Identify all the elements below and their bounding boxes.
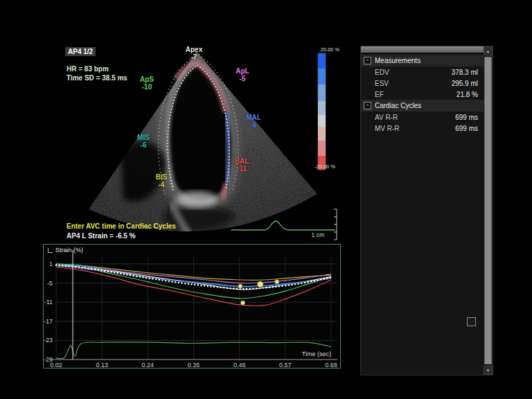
avc-prompt-text: Enter AVC time in Cardiac Cycles (66, 222, 176, 230)
section-title: Measurements (375, 57, 420, 64)
measurement-row-av-rr[interactable]: AV R-R 699 ms (361, 112, 484, 123)
segment-label-bal[interactable]: BAL -11 (235, 157, 249, 172)
segment-label-aps[interactable]: ApS -10 (140, 76, 154, 91)
chart-title: Strain (%) (48, 247, 83, 254)
section-title: Cardiac Cycles (375, 102, 421, 109)
measurement-row-mv-rr[interactable]: MV R-R 699 ms (361, 123, 484, 134)
x-tick-label: 0.13 (96, 362, 108, 368)
x-tick-label: 0.57 (279, 362, 292, 368)
measurement-row-ef[interactable]: EF 21.8 % (361, 89, 484, 100)
panel-body: - Measurements EDV 378.3 ml ESV 295.9 ml… (361, 55, 484, 134)
y-tick-label: -11 (44, 299, 53, 305)
ultrasound-viewport[interactable]: AP4 1/2 HR = 83 bpm Time SD = 38.5 ms Ap… (61, 44, 339, 244)
strain-colorbar (317, 53, 326, 170)
scrollbar-track[interactable] (484, 55, 493, 366)
x-tick-label: 0.02 (50, 362, 62, 368)
collapse-icon[interactable]: - (364, 57, 371, 64)
echo-app-screen: AP4 1/2 HR = 83 bpm Time SD = 38.5 ms Ap… (0, 0, 532, 399)
measurement-row-edv[interactable]: EDV 378.3 ml (361, 66, 484, 78)
avc-marker[interactable] (240, 301, 245, 305)
strain-chart-panel: Strain (%) 1-5-11-17-23-290.020.130.240.… (43, 244, 341, 369)
strain-summary-text: AP4 L Strain = -6.5 % (66, 232, 136, 240)
avc-marker[interactable] (238, 284, 242, 288)
x-tick-label: 0.68 (325, 362, 337, 368)
x-axis-title: Time (sec) (302, 351, 331, 357)
colorbar-min-label: -20.00 % (305, 163, 335, 170)
y-tick-label: -23 (44, 337, 53, 344)
colorbar-max-label: 20.00 % (306, 46, 339, 53)
view-label: AP4 1/2 (65, 47, 96, 56)
segment-label-mis[interactable]: MIS -6 (137, 134, 150, 149)
collapse-icon[interactable]: - (364, 102, 371, 109)
section-header-measurements[interactable]: - Measurements (361, 55, 484, 66)
avc-marker[interactable] (275, 280, 279, 284)
segment-label-bis[interactable]: BIS -4 (156, 173, 168, 188)
section-header-cardiac-cycles[interactable]: - Cardiac Cycles (361, 100, 484, 112)
y-tick-label: -5 (47, 280, 53, 287)
avc-marker[interactable] (257, 281, 263, 287)
x-tick-label: 0.35 (188, 362, 200, 368)
segment-label-apex[interactable]: Apex -7 (186, 46, 202, 61)
segment-label-apl[interactable]: ApL -5 (236, 67, 249, 82)
scroll-down-icon[interactable]: ▼ (484, 366, 493, 375)
vertical-scrollbar[interactable]: ▲ ▼ (484, 46, 493, 375)
y-tick-label: -17 (44, 318, 53, 325)
panel-splitter[interactable] (361, 46, 484, 53)
segment-label-mal[interactable]: MAL -6 (246, 114, 261, 129)
axis-corner-icon (48, 248, 53, 253)
depth-ruler (334, 209, 337, 240)
panel-button[interactable] (467, 317, 476, 326)
strain-plot[interactable]: 1-5-11-17-23-290.020.130.240.350.460.570… (44, 245, 340, 368)
scale-label: 1 cm (312, 231, 324, 238)
measurement-row-esv[interactable]: ESV 295.9 ml (361, 78, 484, 89)
x-tick-label: 0.46 (233, 362, 246, 368)
scroll-up-icon[interactable]: ▲ (484, 46, 493, 55)
scrollbar-thumb[interactable] (484, 57, 492, 364)
x-tick-label: 0.24 (142, 362, 154, 368)
y-tick-label: 1 (49, 260, 53, 267)
heart-rate-text: HR = 83 bpm (66, 65, 109, 73)
time-sd-text: Time SD = 38.5 ms (66, 74, 127, 82)
measurements-panel: - Measurements EDV 378.3 ml ESV 295.9 ml… (360, 46, 493, 375)
